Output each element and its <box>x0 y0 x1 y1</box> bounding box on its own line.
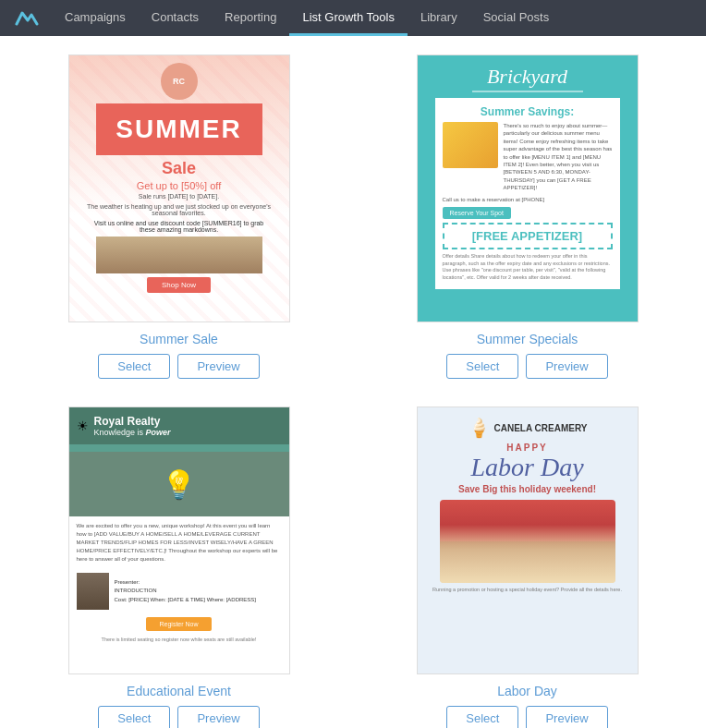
summer-sale-thumbnail: RC SUMMER Sale Get up to [50%] off Sale … <box>68 55 290 322</box>
labor-day-happy: HAPPY <box>506 443 547 453</box>
labor-day-button-group: Select Preview <box>446 706 607 728</box>
main-navigation: Campaigns Contacts Reporting List Growth… <box>0 0 706 36</box>
brickyard-title: Brickyard <box>487 65 567 89</box>
labor-day-logo: 🍦 CANELA CREAMERY <box>468 417 588 439</box>
sun-icon: ☀ <box>77 419 89 433</box>
summer-sale-shop-button: Shop Now <box>147 277 211 293</box>
brickyard-coupon-text: [FREE APPETIZER] <box>454 229 602 243</box>
summer-sale-photo <box>96 237 262 273</box>
edu-slogan: Knowledge is Power <box>94 428 171 437</box>
educational-event-button-group: Select Preview <box>98 706 259 728</box>
labor-day-name: Labor Day <box>497 684 557 698</box>
summer-sale-code-text: Visit us online and use discount code [S… <box>77 220 282 233</box>
nav-item-campaigns[interactable]: Campaigns <box>52 0 139 36</box>
summer-sale-offer: Get up to [50%] off <box>137 180 222 191</box>
edu-register-button: Register Now <box>146 617 211 631</box>
educational-event-select-button[interactable]: Select <box>98 706 170 728</box>
summer-sale-dates: Sale runs [DATE] to [DATE]. <box>129 193 228 200</box>
summer-specials-select-button[interactable]: Select <box>446 354 518 379</box>
edu-footer-text: There is limited seating so register now… <box>69 635 289 644</box>
summer-sale-select-button[interactable]: Select <box>98 354 170 379</box>
summer-sale-sale-label: Sale <box>162 159 196 178</box>
summer-specials-preview-button[interactable]: Preview <box>526 354 607 379</box>
edu-presenter-details: Cost: [PRICE] When: [DATE & TIME] Where:… <box>115 596 256 605</box>
summer-sale-logo: RC <box>161 63 198 100</box>
template-card-labor-day: 🍦 CANELA CREAMERY HAPPY Labor Day Save B… <box>367 406 688 728</box>
labor-day-subtitle: Save Big this holiday weekend! <box>458 484 596 494</box>
labor-day-preview-button[interactable]: Preview <box>526 706 607 728</box>
educational-event-name: Educational Event <box>127 684 231 698</box>
labor-day-footer: Running a promotion or hosting a special… <box>427 587 627 592</box>
educational-event-preview-button[interactable]: Preview <box>177 706 259 728</box>
summer-sale-preview-button[interactable]: Preview <box>177 354 259 379</box>
edu-teal-bar <box>69 444 289 452</box>
edu-presenter-photo <box>77 573 109 610</box>
nav-item-reporting[interactable]: Reporting <box>212 0 289 36</box>
brickyard-body-text: There's so much to enjoy about summer—pa… <box>504 122 613 192</box>
summer-sale-summer-text: SUMMER <box>103 115 255 144</box>
edu-presenter-intro: INTRODUCTION <box>115 587 256 596</box>
edu-header: ☀ Royal Realty Knowledge is Power <box>69 407 289 444</box>
main-content: RC SUMMER Sale Get up to [50%] off Sale … <box>0 36 706 728</box>
summer-sale-button-group: Select Preview <box>98 354 259 379</box>
summer-specials-button-group: Select Preview <box>446 354 607 379</box>
brickyard-content-row: There's so much to enjoy about summer—pa… <box>443 122 613 192</box>
edu-company-name: Royal Realty <box>94 415 171 428</box>
edu-presenter-box: Presenter: INTRODUCTION Cost: [PRICE] Wh… <box>69 569 289 613</box>
edu-presenter-label: Presenter: <box>115 578 256 588</box>
edu-body-text: We are excited to offer you a new, uniqu… <box>69 516 289 569</box>
template-card-summer-sale: RC SUMMER Sale Get up to [50%] off Sale … <box>18 55 339 379</box>
brickyard-phone: Call us to make a reservation at [PHONE] <box>443 196 613 203</box>
labor-day-thumbnail: 🍦 CANELA CREAMERY HAPPY Labor Day Save B… <box>417 406 639 674</box>
labor-day-dessert-image <box>440 500 615 583</box>
summer-sale-headline-box: SUMMER <box>96 103 262 155</box>
nav-item-library[interactable]: Library <box>408 0 470 36</box>
labor-day-company: CANELA CREAMERY <box>494 423 588 433</box>
brickyard-deco-line <box>472 91 583 92</box>
labor-day-logo-icon: 🍦 <box>468 417 491 439</box>
summer-specials-thumbnail: Brickyard Summer Savings: There's so muc… <box>417 55 639 322</box>
brickyard-white-box: Summer Savings: There's so much to enjoy… <box>435 98 620 289</box>
brickyard-food-image <box>443 122 498 168</box>
template-card-educational-event: ☀ Royal Realty Knowledge is Power 💡 We a… <box>18 406 339 728</box>
labor-day-title: Labor Day <box>470 453 583 482</box>
edu-company-info: Royal Realty Knowledge is Power <box>94 415 171 437</box>
nav-item-social-posts[interactable]: Social Posts <box>470 0 563 36</box>
summer-specials-name: Summer Specials <box>477 332 578 346</box>
nav-item-list-growth-tools[interactable]: List Growth Tools <box>289 0 407 36</box>
brickyard-subtitle: Summer Savings: <box>443 105 613 118</box>
educational-event-thumbnail: ☀ Royal Realty Knowledge is Power 💡 We a… <box>68 406 290 674</box>
edu-presenter-text: Presenter: INTRODUCTION Cost: [PRICE] Wh… <box>115 578 256 605</box>
edu-event-inner: ☀ Royal Realty Knowledge is Power 💡 We a… <box>69 407 289 644</box>
brickyard-reserve-button: Reserve Your Spot <box>443 207 511 219</box>
edu-bulb-section: 💡 <box>69 452 289 516</box>
template-card-summer-specials: Brickyard Summer Savings: There's so muc… <box>367 55 688 379</box>
nav-item-contacts[interactable]: Contacts <box>139 0 212 36</box>
brickyard-coupon: [FREE APPETIZER] <box>443 223 613 249</box>
app-logo <box>9 6 43 31</box>
summer-sale-name: Summer Sale <box>140 332 218 346</box>
brickyard-offer-details: Offer details Share details about how to… <box>443 253 613 282</box>
template-grid: RC SUMMER Sale Get up to [50%] off Sale … <box>18 55 688 728</box>
summer-sale-body: The weather is heating up and we just st… <box>77 203 282 216</box>
labor-day-select-button[interactable]: Select <box>446 706 518 728</box>
bulb-icon: 💡 <box>162 468 196 501</box>
